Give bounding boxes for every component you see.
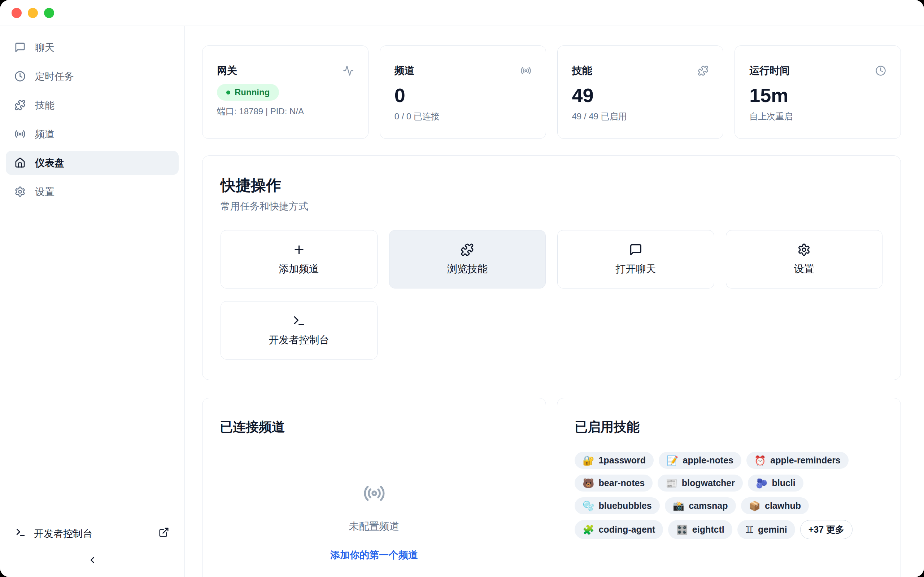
- titlebar: [0, 0, 924, 26]
- skill-name: coding-agent: [598, 524, 655, 535]
- skill-badge-apple-reminders: ⏰ apple-reminders: [746, 452, 848, 469]
- plus-icon: [292, 243, 306, 256]
- clock-icon: [875, 65, 886, 76]
- skill-badge-blucli: 🫐 blucli: [748, 475, 803, 492]
- skill-name: 1password: [598, 455, 646, 466]
- sidebar-item-定时任务[interactable]: 定时任务: [6, 64, 179, 89]
- quick-action-添加频道[interactable]: 添加频道: [221, 230, 378, 288]
- stat-title: 网关: [217, 64, 237, 77]
- stat-subtitle: 端口: 18789 | PID: N/A: [217, 106, 354, 117]
- quick-action-开发者控制台[interactable]: 开发者控制台: [221, 301, 378, 359]
- sidebar-item-label: 技能: [35, 99, 55, 112]
- skill-badges: 🔐 1password 📝 apple-notes ⏰ apple-remind…: [575, 452, 883, 539]
- sidebar-collapse-button[interactable]: [6, 545, 179, 567]
- skill-badge-1password: 🔐 1password: [575, 452, 654, 469]
- skill-name: apple-reminders: [770, 455, 841, 466]
- stat-value: 0: [394, 85, 531, 105]
- skill-emoji-icon: 📰: [666, 479, 677, 488]
- sidebar-item-label: 仪表盘: [35, 156, 64, 169]
- message-square-icon: [629, 243, 643, 256]
- message-square-icon: [15, 42, 26, 53]
- puzzle-icon: [698, 65, 709, 76]
- skill-badge-camsnap: 📸 camsnap: [665, 497, 736, 514]
- page: 聊天 定时任务 技能 频道 仪表盘 设置 开发者控制台: [0, 0, 924, 577]
- close-button[interactable]: [11, 8, 22, 18]
- quick-action-label: 打开聊天: [615, 262, 656, 276]
- quick-action-设置[interactable]: 设置: [726, 230, 883, 288]
- sidebar-item-技能[interactable]: 技能: [6, 93, 179, 117]
- sidebar-item-频道[interactable]: 频道: [6, 122, 179, 146]
- main-content: 网关 Running 端口: 18789 | PID: N/A 频道 0 0 /…: [185, 26, 924, 577]
- stat-subtitle: 自上次重启: [749, 111, 886, 122]
- settings-icon: [15, 186, 26, 197]
- bottom-row: 已连接频道 未配置频道 添加你的第一个频道 已启用技能 🔐 1password …: [202, 398, 901, 577]
- skill-badge-apple-notes: 📝 apple-notes: [659, 452, 741, 469]
- connected-channels-card: 已连接频道 未配置频道 添加你的第一个频道: [202, 398, 546, 577]
- external-link-icon: [158, 527, 169, 538]
- quick-actions-panel: 快捷操作 常用任务和快捷方式 添加频道 浏览技能 打开聊天 设置 开发者控制台: [202, 155, 901, 380]
- radio-icon: [520, 65, 531, 76]
- stat-card-运行时间: 运行时间 15m 自上次重启: [735, 45, 901, 139]
- skill-name: bear-notes: [598, 478, 645, 488]
- skill-emoji-icon: ♊: [745, 525, 754, 534]
- external-link-icon: [158, 527, 169, 540]
- skill-name: bluebubbles: [598, 501, 651, 511]
- chevron-left-icon: [87, 554, 98, 566]
- skill-badge-bluebubbles: 🫧 bluebubbles: [575, 497, 660, 514]
- status-label: Running: [234, 87, 270, 97]
- skill-emoji-icon: 📦: [749, 501, 761, 511]
- quick-action-浏览技能[interactable]: 浏览技能: [389, 230, 546, 288]
- skill-name: blogwatcher: [682, 478, 735, 488]
- radio-icon: [15, 128, 26, 140]
- quick-action-label: 设置: [794, 262, 814, 276]
- dev-console-button[interactable]: 开发者控制台: [6, 522, 179, 545]
- skill-badge-bear-notes: 🐻 bear-notes: [575, 475, 653, 492]
- skill-name: gemini: [758, 524, 787, 535]
- window-body: 聊天 定时任务 技能 频道 仪表盘 设置 开发者控制台: [0, 26, 924, 577]
- stat-title: 频道: [394, 64, 415, 77]
- channels-empty-text: 未配置频道: [349, 520, 399, 533]
- skill-name: eightctl: [692, 524, 724, 535]
- quick-actions-grid: 添加频道 浏览技能 打开聊天 设置 开发者控制台: [221, 230, 882, 359]
- stat-card-频道: 频道 0 0 / 0 已连接: [380, 45, 546, 139]
- sidebar-footer: 开发者控制台: [6, 522, 179, 567]
- stat-subtitle: 49 / 49 已启用: [572, 111, 709, 122]
- stat-card-技能: 技能 49 49 / 49 已启用: [557, 45, 724, 139]
- terminal-icon: [15, 527, 26, 540]
- sidebar-item-设置[interactable]: 设置: [6, 180, 179, 204]
- quick-action-label: 添加频道: [279, 262, 319, 276]
- stat-subtitle: 0 / 0 已连接: [394, 111, 531, 122]
- dev-console-label: 开发者控制台: [34, 527, 92, 540]
- status-badge: Running: [217, 84, 279, 101]
- skill-emoji-icon: 🫐: [756, 479, 767, 488]
- skill-badge-blogwatcher: 📰 blogwatcher: [657, 475, 743, 492]
- app-window: 聊天 定时任务 技能 频道 仪表盘 设置 开发者控制台: [0, 0, 924, 577]
- skill-emoji-icon: 📸: [673, 501, 684, 511]
- skill-name: camsnap: [689, 501, 728, 511]
- stats-row: 网关 Running 端口: 18789 | PID: N/A 频道 0 0 /…: [202, 45, 901, 139]
- quick-action-label: 开发者控制台: [268, 333, 329, 347]
- quick-actions-title: 快捷操作: [221, 175, 882, 195]
- minimize-button[interactable]: [28, 8, 38, 18]
- stat-title: 技能: [572, 64, 592, 77]
- skill-emoji-icon: 🐻: [583, 479, 594, 488]
- sidebar-item-仪表盘[interactable]: 仪表盘: [6, 151, 179, 175]
- sidebar-nav: 聊天 定时任务 技能 频道 仪表盘 设置: [6, 35, 179, 204]
- quick-action-打开聊天[interactable]: 打开聊天: [557, 230, 714, 288]
- skill-emoji-icon: 🧩: [583, 525, 594, 534]
- radio-icon: [363, 482, 386, 504]
- settings-icon: [797, 243, 811, 256]
- maximize-button[interactable]: [44, 8, 54, 18]
- stat-value: 15m: [749, 85, 886, 105]
- skill-badge-gemini: ♊ gemini: [737, 520, 795, 539]
- puzzle-icon: [460, 243, 474, 256]
- sidebar-item-聊天[interactable]: 聊天: [6, 35, 179, 60]
- quick-actions-subtitle: 常用任务和快捷方式: [221, 200, 882, 213]
- add-first-channel-link[interactable]: 添加你的第一个频道: [330, 548, 418, 561]
- skill-badge-clawhub: 📦 clawhub: [741, 497, 809, 514]
- more-skills-badge[interactable]: +37 更多: [800, 520, 853, 539]
- sidebar-item-label: 定时任务: [35, 70, 74, 83]
- sidebar: 聊天 定时任务 技能 频道 仪表盘 设置 开发者控制台: [0, 26, 185, 577]
- stat-title: 运行时间: [749, 64, 790, 77]
- terminal-icon: [15, 527, 26, 538]
